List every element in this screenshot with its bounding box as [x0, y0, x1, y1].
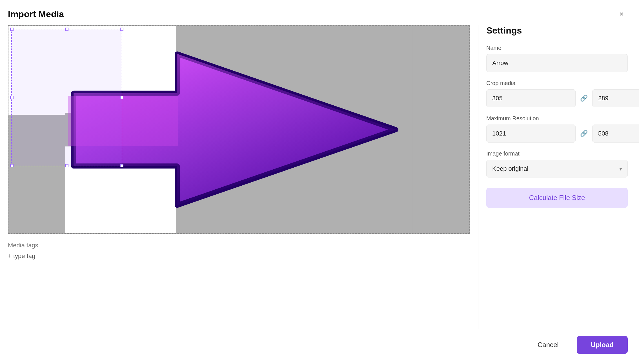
crop-label: Crop media: [486, 80, 628, 86]
cancel-button[interactable]: Cancel: [525, 336, 571, 354]
image-format-select-wrapper: Keep original PNG JPEG WebP ▾: [486, 160, 628, 177]
handle-middle-right[interactable]: [120, 96, 123, 99]
selection-box[interactable]: [11, 29, 122, 166]
image-format-field-group: Image format Keep original PNG JPEG WebP…: [486, 150, 628, 177]
link-icon[interactable]: 🔗: [579, 95, 589, 102]
crop-height-input[interactable]: [592, 89, 639, 107]
name-label: Name: [486, 45, 628, 51]
handle-bottom-right[interactable]: [120, 164, 123, 167]
close-button[interactable]: ×: [615, 8, 628, 20]
crop-row: 🔗: [486, 89, 628, 107]
max-res-row: 🔗: [486, 125, 628, 143]
crop-field-group: Crop media 🔗: [486, 80, 628, 107]
upload-button[interactable]: Upload: [577, 336, 628, 354]
max-res-height-input[interactable]: [592, 125, 639, 143]
handle-middle-left[interactable]: [10, 96, 14, 99]
settings-title: Settings: [486, 25, 628, 36]
handle-top-middle[interactable]: [65, 28, 68, 31]
add-tag-button[interactable]: + type tag: [8, 252, 470, 260]
handle-bottom-middle[interactable]: [65, 164, 68, 167]
footer-actions: Cancel Upload: [0, 329, 639, 364]
handle-top-left[interactable]: [10, 28, 14, 31]
media-tags-label: Media tags: [8, 242, 470, 249]
media-tags-section: Media tags + type tag: [8, 242, 470, 260]
max-res-width-input[interactable]: [486, 125, 576, 143]
calculate-file-size-button[interactable]: Calculate File Size: [486, 188, 628, 208]
max-res-field-group: Maximum Resolution 🔗: [486, 115, 628, 143]
name-input[interactable]: [486, 54, 628, 72]
dialog-body: Media tags + type tag Settings Name Crop…: [0, 25, 639, 329]
handle-bottom-left[interactable]: [10, 164, 14, 167]
max-res-label: Maximum Resolution: [486, 115, 628, 122]
settings-panel: Settings Name Crop media 🔗 Maximum Resol…: [478, 25, 639, 329]
dialog-title: Import Media: [8, 9, 64, 19]
image-canvas[interactable]: [8, 25, 470, 234]
dialog-header: Import Media ×: [0, 0, 639, 25]
image-format-label: Image format: [486, 150, 628, 157]
import-media-dialog: Import Media ×: [0, 0, 639, 364]
image-panel: Media tags + type tag: [0, 25, 478, 329]
handle-top-right[interactable]: [120, 28, 123, 31]
image-format-select[interactable]: Keep original PNG JPEG WebP: [486, 160, 628, 177]
name-field-group: Name: [486, 45, 628, 72]
max-res-link-icon[interactable]: 🔗: [579, 130, 589, 137]
crop-width-input[interactable]: [486, 89, 576, 107]
